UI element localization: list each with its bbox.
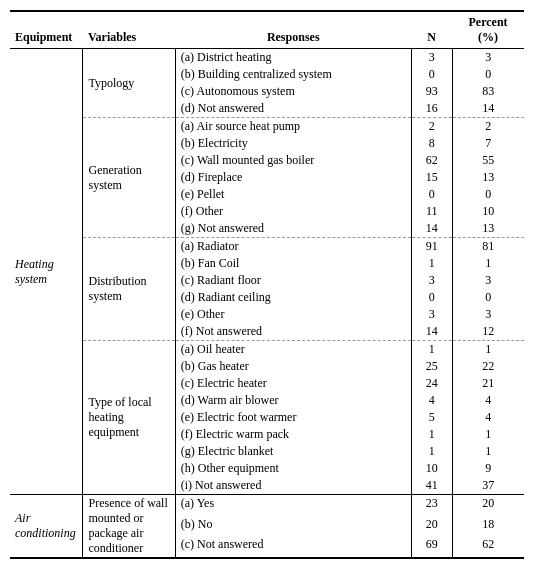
n-cell: 0	[411, 66, 452, 83]
col-percent: Percent (%)	[452, 11, 524, 49]
n-cell: 16	[411, 100, 452, 118]
response-cell: (e) Electric foot warmer	[175, 409, 411, 426]
n-cell: 14	[411, 323, 452, 341]
response-cell: (e) Pellet	[175, 186, 411, 203]
n-cell: 3	[411, 49, 452, 67]
table-row: Distribution system(a) Radiator9181	[10, 238, 524, 256]
response-cell: (g) Not answered	[175, 220, 411, 238]
n-cell: 10	[411, 460, 452, 477]
percent-cell: 55	[452, 152, 524, 169]
n-cell: 0	[411, 289, 452, 306]
response-cell: (e) Other	[175, 306, 411, 323]
response-cell: (d) Warm air blower	[175, 392, 411, 409]
table-container: Equipment Variables Responses N Percent …	[10, 10, 524, 559]
response-cell: (a) District heating	[175, 49, 411, 67]
n-cell: 3	[411, 306, 452, 323]
n-cell: 5	[411, 409, 452, 426]
n-cell: 62	[411, 152, 452, 169]
variable-cell: Type of local heating equipment	[83, 341, 175, 495]
n-cell: 1	[411, 341, 452, 359]
n-cell: 25	[411, 358, 452, 375]
percent-cell: 62	[452, 536, 524, 558]
percent-cell: 22	[452, 358, 524, 375]
percent-cell: 81	[452, 238, 524, 256]
response-cell: (d) Fireplace	[175, 169, 411, 186]
response-cell: (f) Not answered	[175, 323, 411, 341]
percent-cell: 9	[452, 460, 524, 477]
response-cell: (c) Autonomous system	[175, 83, 411, 100]
n-cell: 0	[411, 186, 452, 203]
response-cell: (b) No	[175, 516, 411, 537]
percent-cell: 0	[452, 289, 524, 306]
n-cell: 91	[411, 238, 452, 256]
percent-cell: 14	[452, 100, 524, 118]
response-cell: (b) Electricity	[175, 135, 411, 152]
response-cell: (b) Gas heater	[175, 358, 411, 375]
response-cell: (d) Not answered	[175, 100, 411, 118]
n-cell: 11	[411, 203, 452, 220]
response-cell: (b) Fan Coil	[175, 255, 411, 272]
col-variables: Variables	[83, 11, 175, 49]
percent-cell: 4	[452, 409, 524, 426]
n-cell: 93	[411, 83, 452, 100]
percent-cell: 3	[452, 272, 524, 289]
percent-cell: 1	[452, 255, 524, 272]
percent-cell: 2	[452, 118, 524, 136]
n-cell: 20	[411, 516, 452, 537]
percent-cell: 21	[452, 375, 524, 392]
percent-cell: 37	[452, 477, 524, 495]
response-cell: (c) Radiant floor	[175, 272, 411, 289]
header-row: Equipment Variables Responses N Percent …	[10, 11, 524, 49]
percent-cell: 0	[452, 186, 524, 203]
n-cell: 4	[411, 392, 452, 409]
percent-cell: 83	[452, 83, 524, 100]
response-cell: (a) Radiator	[175, 238, 411, 256]
n-cell: 1	[411, 255, 452, 272]
response-cell: (c) Electric heater	[175, 375, 411, 392]
response-cell: (b) Building centralized system	[175, 66, 411, 83]
response-cell: (i) Not answered	[175, 477, 411, 495]
data-table: Equipment Variables Responses N Percent …	[10, 10, 524, 559]
n-cell: 14	[411, 220, 452, 238]
table-row: Type of local heating equipment(a) Oil h…	[10, 341, 524, 359]
response-cell: (c) Not answered	[175, 536, 411, 558]
response-cell: (d) Radiant ceiling	[175, 289, 411, 306]
n-cell: 2	[411, 118, 452, 136]
percent-cell: 10	[452, 203, 524, 220]
response-cell: (c) Wall mounted gas boiler	[175, 152, 411, 169]
percent-cell: 3	[452, 306, 524, 323]
table-row: Air conditioningPresence of wall mounted…	[10, 495, 524, 516]
percent-cell: 1	[452, 443, 524, 460]
percent-cell: 3	[452, 49, 524, 67]
response-cell: (f) Other	[175, 203, 411, 220]
n-cell: 23	[411, 495, 452, 516]
response-cell: (a) Yes	[175, 495, 411, 516]
col-n: N	[411, 11, 452, 49]
n-cell: 41	[411, 477, 452, 495]
equipment-cell: Air conditioning	[10, 495, 83, 559]
response-cell: (a) Air source heat pump	[175, 118, 411, 136]
table-row: Generation system(a) Air source heat pum…	[10, 118, 524, 136]
col-equipment: Equipment	[10, 11, 83, 49]
n-cell: 69	[411, 536, 452, 558]
equipment-cell: Heating system	[10, 49, 83, 495]
percent-cell: 1	[452, 426, 524, 443]
n-cell: 15	[411, 169, 452, 186]
variable-cell: Generation system	[83, 118, 175, 238]
n-cell: 1	[411, 443, 452, 460]
variable-cell: Typology	[83, 49, 175, 118]
response-cell: (f) Electric warm pack	[175, 426, 411, 443]
response-cell: (h) Other equipment	[175, 460, 411, 477]
percent-cell: 4	[452, 392, 524, 409]
percent-cell: 0	[452, 66, 524, 83]
percent-cell: 1	[452, 341, 524, 359]
variable-cell: Presence of wall mounted or package air …	[83, 495, 175, 559]
percent-cell: 13	[452, 220, 524, 238]
n-cell: 1	[411, 426, 452, 443]
response-cell: (g) Electric blanket	[175, 443, 411, 460]
percent-cell: 13	[452, 169, 524, 186]
percent-cell: 7	[452, 135, 524, 152]
col-responses: Responses	[175, 11, 411, 49]
n-cell: 8	[411, 135, 452, 152]
response-cell: (a) Oil heater	[175, 341, 411, 359]
